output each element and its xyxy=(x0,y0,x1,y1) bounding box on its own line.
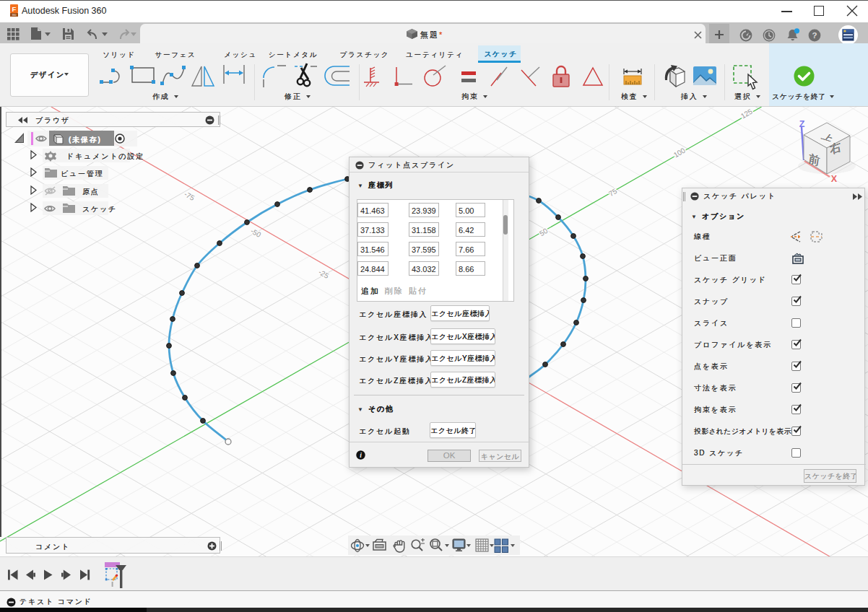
svg-text:i: i xyxy=(360,452,362,459)
svg-text:X: X xyxy=(831,174,838,184)
svg-text:360: 360 xyxy=(12,14,17,17)
svg-text:Z: Z xyxy=(799,119,805,129)
svg-text:?: ? xyxy=(812,31,817,40)
svg-text:F: F xyxy=(12,5,17,13)
